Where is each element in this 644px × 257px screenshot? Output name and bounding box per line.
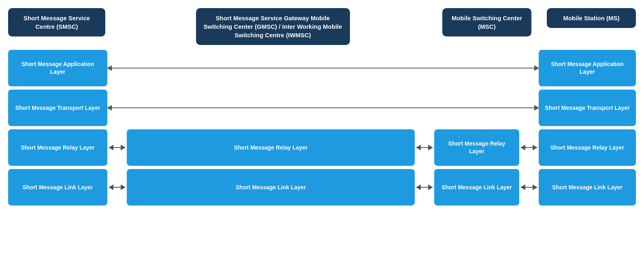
smsc-transport-layer: Short Message Transport Layer bbox=[8, 90, 107, 126]
ms-relay-layer: Short Message Relay Layer bbox=[539, 129, 636, 166]
header-row: Short Message Service Centre (SMSC) Shor… bbox=[8, 8, 636, 45]
gmsc-link-layer: Short Message Link Layer bbox=[127, 169, 415, 206]
smsc-app-layer: Short Message Application Layer bbox=[8, 50, 107, 86]
link-arrow-smsc-gmsc bbox=[109, 187, 125, 188]
ms-app-layer: Short Message Application Layer bbox=[539, 50, 636, 86]
link-layer-row: Short Message Link Layer Short Message L… bbox=[8, 169, 636, 206]
gmsc-relay-layer: Short Message Relay Layer bbox=[127, 129, 415, 166]
header-gmsc: Short Message Service Gateway Mobile Swi… bbox=[196, 8, 350, 45]
msc-link-layer: Short Message Link Layer bbox=[434, 169, 519, 206]
smsc-link-layer: Short Message Link Layer bbox=[8, 169, 107, 206]
app-layer-row: Short Message Application Layer Short Me… bbox=[8, 50, 636, 86]
transport-arrow bbox=[107, 103, 539, 113]
relay-arrow-msc-ms bbox=[521, 147, 537, 148]
header-msc: Mobile Switching Center (MSC) bbox=[442, 8, 531, 36]
header-smsc: Short Message Service Centre (SMSC) bbox=[8, 8, 105, 36]
app-arrow bbox=[107, 63, 539, 73]
link-arrow-gmsc-msc bbox=[416, 187, 433, 188]
header-ms: Mobile Station (MS) bbox=[547, 8, 636, 28]
relay-arrow-smsc-gmsc bbox=[109, 147, 125, 148]
diagram: Short Message Service Centre (SMSC) Shor… bbox=[8, 8, 636, 209]
ms-link-layer: Short Message Link Layer bbox=[539, 169, 636, 206]
ms-transport-layer: Short Message Transport Layer bbox=[539, 90, 636, 126]
transport-double-arrow bbox=[107, 107, 539, 108]
app-double-arrow bbox=[107, 68, 539, 69]
msc-relay-layer: Short Message Relay Layer bbox=[434, 129, 519, 166]
relay-layer-row: Short Message Relay Layer Short Message … bbox=[8, 129, 636, 166]
link-arrow-msc-ms bbox=[521, 187, 537, 188]
relay-arrow-gmsc-msc bbox=[416, 147, 433, 148]
transport-layer-row: Short Message Transport Layer Short Mess… bbox=[8, 90, 636, 126]
smsc-relay-layer: Short Message Relay Layer bbox=[8, 129, 107, 166]
